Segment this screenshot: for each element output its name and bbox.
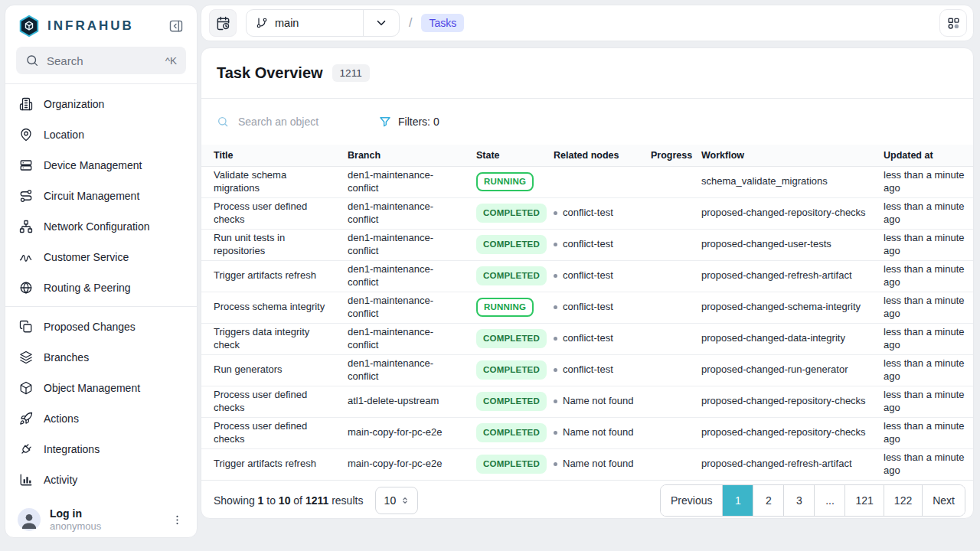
page-size-value: 10: [384, 494, 397, 507]
sidebar-item-actions[interactable]: Actions: [11, 403, 191, 434]
branch-name: main: [275, 17, 299, 29]
cell-title: Validate schema migrations: [201, 166, 340, 197]
sidebar-nav-secondary: Proposed ChangesBranchesObject Managemen…: [5, 307, 197, 500]
copy-icon: [19, 320, 33, 334]
object-search-input[interactable]: [237, 115, 366, 129]
sidebar-item-label: Routing & Peering: [44, 282, 131, 294]
sidebar-search[interactable]: Search ^K: [16, 47, 186, 74]
node-dot-icon: [554, 399, 557, 403]
login-label[interactable]: Log in: [50, 507, 101, 520]
sidebar-item-integrations[interactable]: Integrations: [11, 434, 191, 465]
user-row[interactable]: Log in anonymous: [5, 500, 197, 543]
node-dot-icon: [554, 243, 557, 246]
page-button-next[interactable]: Next: [922, 485, 965, 516]
cell-updated-at: less than a minute ago: [876, 354, 973, 386]
sidebar-item-routing-peering[interactable]: Routing & Peering: [11, 272, 191, 303]
cell-progress: [643, 448, 694, 480]
table-row[interactable]: Triggers data integrity checkden1-mainte…: [201, 323, 973, 354]
table-row[interactable]: Process user defined checksmain-copy-for…: [201, 417, 973, 448]
cell-workflow: proposed-changed-repository-checks: [694, 197, 876, 229]
table-toolbar: Filters: 0: [201, 99, 973, 145]
cell-updated-at: less than a minute ago: [876, 386, 973, 417]
branch-selector-value[interactable]: main: [247, 10, 363, 36]
cell-updated-at: less than a minute ago: [876, 166, 973, 197]
search-icon: [217, 116, 229, 128]
page-button-3[interactable]: 3: [783, 485, 814, 516]
cell-workflow: proposed-changed-refresh-artifact: [694, 260, 876, 292]
table-row[interactable]: Process user defined checksden1-maintena…: [201, 197, 973, 229]
topbar: main / Tasks: [201, 5, 974, 41]
page-button-121[interactable]: 121: [844, 485, 883, 516]
sidebar-item-activity[interactable]: Activity: [11, 465, 191, 495]
cell-branch: den1-maintenance-conflict: [340, 354, 469, 386]
state-badge: RUNNING: [476, 172, 534, 191]
cell-progress: [643, 197, 694, 229]
sidebar-item-branches[interactable]: Branches: [11, 342, 191, 373]
user-menu-button[interactable]: [168, 510, 186, 529]
sidebar-item-label: Network Configuration: [44, 220, 150, 233]
sidebar-item-label: Object Management: [44, 382, 140, 394]
cell-related-nodes: conflict-test: [546, 260, 643, 292]
cell-progress: [643, 229, 694, 260]
avatar: [18, 508, 41, 531]
sidebar-item-label: Activity: [44, 474, 77, 486]
filter-funnel-icon: [379, 116, 391, 128]
page-button-[interactable]: ...: [814, 485, 844, 516]
sidebar: INFRAHUB Search ^K OrganizationLocationD…: [5, 5, 198, 538]
updown-chevron-icon: [400, 495, 410, 506]
cell-related-nodes: Name not found: [546, 417, 643, 448]
page-size-select[interactable]: 10: [375, 487, 418, 514]
table-row[interactable]: Run unit tests in repositoriesden1-maint…: [201, 229, 973, 260]
sidebar-item-label: Location: [44, 129, 84, 141]
sidebar-item-proposed-changes[interactable]: Proposed Changes: [11, 311, 191, 342]
cell-title: Process user defined checks: [201, 197, 340, 229]
time-travel-button[interactable]: [209, 9, 237, 37]
page-button-2[interactable]: 2: [753, 485, 783, 516]
breadcrumb-tasks[interactable]: Tasks: [421, 14, 464, 32]
infrahub-logo-icon: [18, 15, 41, 37]
filters-button[interactable]: Filters: 0: [379, 116, 439, 128]
table-row[interactable]: Process user defined checksatl1-delete-u…: [201, 386, 973, 417]
cell-title: Process user defined checks: [201, 417, 340, 448]
graph-menu-button[interactable]: [939, 9, 967, 37]
table-header-row: TitleBranchStateRelated nodesProgressWor…: [201, 145, 973, 166]
page-button-previous[interactable]: Previous: [661, 485, 722, 516]
sidebar-item-label: Device Management: [44, 159, 142, 171]
cell-branch: atl1-delete-upstream: [340, 386, 469, 417]
username-label: anonymous: [50, 520, 101, 533]
table-row[interactable]: Run generatorsden1-maintenance-conflictC…: [201, 354, 973, 386]
sidebar-item-organization[interactable]: Organization: [11, 89, 191, 119]
page-button-1[interactable]: 1: [722, 485, 753, 516]
collapse-sidebar-button[interactable]: [166, 16, 186, 36]
box-icon: [19, 381, 33, 395]
sidebar-item-network-configuration[interactable]: Network Configuration: [11, 211, 191, 242]
bar-chart-icon: [19, 473, 33, 487]
sidebar-item-object-management[interactable]: Object Management: [11, 373, 191, 403]
cell-title: Trigger artifacts refresh: [201, 448, 340, 480]
branch-selector-dropdown[interactable]: [363, 10, 399, 36]
sidebar-item-device-management[interactable]: Device Management: [11, 150, 191, 181]
cell-state: RUNNING: [469, 166, 546, 197]
filters-label: Filters: 0: [398, 116, 439, 128]
cell-workflow: proposed-changed-data-integrity: [694, 323, 876, 354]
tasks-table: TitleBranchStateRelated nodesProgressWor…: [201, 145, 973, 480]
sidebar-item-circuit-management[interactable]: Circuit Management: [11, 181, 191, 211]
branch-selector[interactable]: main: [246, 9, 400, 37]
sidebar-item-customer-service[interactable]: Customer Service: [11, 242, 191, 272]
card-header: Task Overview 1211: [201, 48, 973, 99]
cell-related-nodes: conflict-test: [546, 292, 643, 323]
table-row[interactable]: Trigger artifacts refreshden1-maintenanc…: [201, 260, 973, 292]
sidebar-item-location[interactable]: Location: [11, 119, 191, 150]
table-row[interactable]: Validate schema migrationsden1-maintenan…: [201, 166, 973, 197]
state-badge: COMPLETED: [476, 423, 547, 442]
state-badge: COMPLETED: [476, 455, 547, 474]
cell-progress: [643, 260, 694, 292]
state-badge: COMPLETED: [476, 204, 547, 223]
table-row[interactable]: Trigger artifacts refreshmain-copy-for-p…: [201, 448, 973, 480]
table-row[interactable]: Process schema integrityden1-maintenance…: [201, 292, 973, 323]
cell-progress: [643, 386, 694, 417]
sidebar-nav-primary: OrganizationLocationDevice ManagementCir…: [5, 84, 197, 306]
sidebar-item-label: Circuit Management: [44, 190, 139, 202]
cell-state: COMPLETED: [469, 197, 546, 229]
page-button-122[interactable]: 122: [884, 485, 922, 516]
